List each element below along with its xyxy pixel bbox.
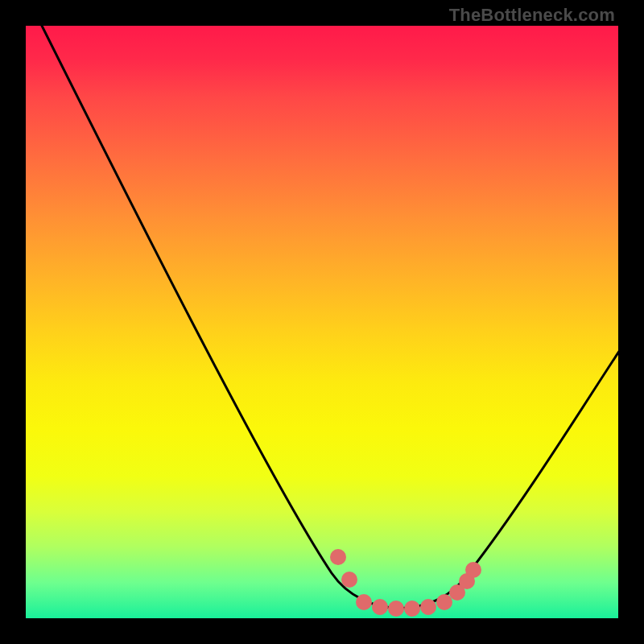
chart-frame: TheBottleneck.com xyxy=(0,0,644,644)
bottleneck-curve xyxy=(34,26,618,609)
plot-area xyxy=(26,26,618,618)
curve-marker xyxy=(372,599,388,615)
marker-group xyxy=(330,549,481,617)
curve-marker xyxy=(356,594,372,610)
curve-layer xyxy=(26,26,618,618)
curve-marker xyxy=(388,601,404,617)
curve-marker xyxy=(420,599,436,615)
watermark-text: TheBottleneck.com xyxy=(449,5,615,26)
curve-marker xyxy=(404,601,420,617)
curve-marker xyxy=(330,549,346,565)
curve-marker xyxy=(341,572,357,588)
curve-marker xyxy=(465,562,481,578)
curve-marker xyxy=(436,594,452,610)
